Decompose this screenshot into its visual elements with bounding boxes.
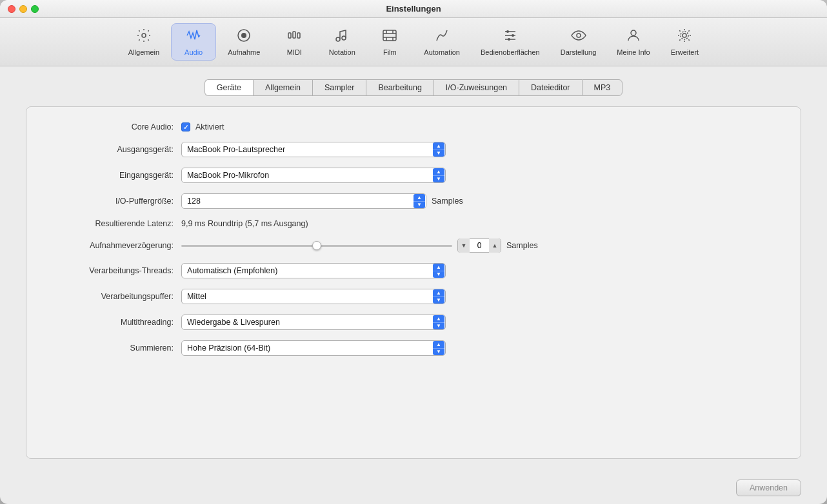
io-puffer-label: I/O-Puffergröße:: [39, 197, 181, 206]
toolbar-item-darstellung[interactable]: Darstellung: [552, 24, 606, 60]
ausgangs-stepper-up[interactable]: ▲: [433, 142, 444, 150]
core-audio-row: Core Audio: Aktiviert: [39, 122, 788, 131]
subtab-gerate[interactable]: Geräte: [204, 79, 253, 96]
toolbar-label-notation: Notation: [329, 48, 355, 56]
toolbar-label-midi: MIDI: [287, 48, 302, 56]
maximize-button[interactable]: [31, 5, 39, 13]
threads-stepper: ▲ ▼: [433, 264, 444, 278]
threads-stepper-up[interactable]: ▲: [433, 264, 444, 271]
toolbar-label-allgemein: Allgemein: [128, 48, 159, 56]
io-puffer-stepper-down[interactable]: ▼: [414, 202, 425, 209]
subtab-io-zuweisungen[interactable]: I/O-Zuweisungen: [433, 79, 519, 96]
footer: Anwenden: [0, 472, 827, 504]
toolbar-item-allgemein[interactable]: Allgemein: [119, 24, 168, 60]
aufnahme-control: ▼ 0 ▲ Samples: [181, 238, 538, 253]
multithreading-select-wrapper: Wiedergabe & Livespuren ▲ ▼: [181, 315, 446, 330]
sliders-icon: [503, 28, 518, 46]
toolbar-item-film[interactable]: Film: [367, 24, 412, 60]
svg-rect-4: [293, 32, 295, 38]
subtab-dateieditor[interactable]: Dateieditor: [519, 79, 581, 96]
svg-point-21: [577, 34, 581, 37]
titlebar: Einstellungen: [0, 0, 827, 18]
toolbar-label-darstellung: Darstellung: [561, 48, 597, 56]
toolbar-item-notation[interactable]: Notation: [319, 24, 364, 60]
multithreading-stepper-down[interactable]: ▼: [433, 323, 444, 330]
svg-rect-5: [297, 33, 300, 38]
puffer-stepper-up[interactable]: ▲: [433, 289, 444, 297]
eingangs-label: Eingangsgerät:: [39, 171, 181, 180]
ausgangs-select[interactable]: MacBook Pro-Lautsprecher: [181, 142, 446, 157]
summieren-stepper-up[interactable]: ▲: [433, 341, 444, 349]
multithreading-label: Multithreading:: [39, 318, 181, 327]
eingangs-stepper-up[interactable]: ▲: [433, 168, 444, 176]
toolbar-item-aufnahme[interactable]: Aufnahme: [219, 24, 269, 60]
aufnahme-row: Aufnahmeverzögerung: ▼ 0 ▲ Samples: [39, 238, 788, 253]
aufnahme-value-box: ▼ 0 ▲: [457, 238, 501, 253]
eingangs-select[interactable]: MacBook Pro-Mikrofon: [181, 168, 446, 183]
toolbar-item-erweitert[interactable]: Erweitert: [662, 24, 708, 60]
eingangs-control: MacBook Pro-Mikrofon ▲ ▼: [181, 168, 446, 183]
eye-icon: [571, 28, 586, 46]
toolbar-item-audio[interactable]: Audio: [171, 23, 216, 61]
close-button[interactable]: [8, 5, 15, 13]
io-puffer-select[interactable]: 128: [181, 193, 426, 209]
toolbar: Allgemein Audio Aufnahme: [0, 18, 827, 66]
latenz-row: Resultierende Latenz: 9,9 ms Roundtrip (…: [39, 219, 788, 228]
midi-icon: [286, 28, 302, 46]
svg-point-7: [342, 36, 346, 40]
aufnahme-up-button[interactable]: ▲: [489, 238, 501, 253]
aufnahme-label: Aufnahmeverzögerung:: [39, 241, 181, 250]
puffer-stepper-down[interactable]: ▼: [433, 297, 444, 304]
multithreading-select[interactable]: Wiedergabe & Livespuren: [181, 315, 446, 330]
aufnahme-slider[interactable]: [181, 245, 452, 247]
main-content: Geräte Allgemein Sampler Bearbeitung I/O…: [0, 66, 827, 472]
subtab-mp3[interactable]: MP3: [582, 79, 623, 96]
svg-rect-8: [383, 30, 396, 41]
io-puffer-stepper: ▲ ▼: [414, 194, 425, 208]
subtab-bearbeitung[interactable]: Bearbeitung: [366, 79, 433, 96]
svg-point-24: [681, 32, 688, 39]
io-puffer-stepper-up[interactable]: ▲: [414, 194, 425, 202]
traffic-lights: [8, 5, 39, 13]
io-puffer-control: 128 ▲ ▼ Samples: [181, 193, 463, 209]
ausgangs-stepper: ▲ ▼: [433, 142, 444, 157]
toolbar-label-aufnahme: Aufnahme: [228, 48, 260, 56]
eingangs-select-wrapper: MacBook Pro-Mikrofon ▲ ▼: [181, 168, 446, 183]
aufnahme-slider-value: 0: [470, 241, 489, 250]
subtab-allgemein[interactable]: Allgemein: [253, 79, 312, 96]
window: Einstellungen Allgemein Audio: [0, 0, 827, 504]
eingangs-row: Eingangsgerät: MacBook Pro-Mikrofon ▲ ▼: [39, 168, 788, 183]
threads-select[interactable]: Automatisch (Empfohlen): [181, 263, 446, 278]
multithreading-row: Multithreading: Wiedergabe & Livespuren …: [39, 315, 788, 330]
person-icon: [626, 28, 641, 46]
ausgangs-row: Ausgangsgerät: MacBook Pro-Lautsprecher …: [39, 142, 788, 157]
toolbar-item-automation[interactable]: Automation: [415, 24, 469, 60]
toolbar-label-erweitert: Erweitert: [671, 48, 699, 56]
svg-point-19: [512, 34, 514, 37]
puffer-select[interactable]: Mittel: [181, 289, 446, 304]
aufnahme-down-button[interactable]: ▼: [458, 238, 470, 253]
summieren-stepper-down[interactable]: ▼: [433, 349, 444, 356]
minimize-button[interactable]: [19, 5, 27, 13]
toolbar-item-bedienoberflachen[interactable]: Bedienoberflächen: [472, 24, 549, 60]
summieren-select[interactable]: Hohe Präzision (64-Bit): [181, 340, 446, 356]
eingangs-stepper-down[interactable]: ▼: [433, 176, 444, 183]
multithreading-stepper-up[interactable]: ▲: [433, 315, 444, 323]
puffer-label: Verarbeitungspuffer:: [39, 292, 181, 301]
automation-icon: [434, 28, 450, 46]
puffer-control: Mittel ▲ ▼: [181, 289, 446, 304]
toolbar-label-bedienoberflachen: Bedienoberflächen: [481, 48, 540, 56]
subtab-sampler[interactable]: Sampler: [312, 79, 366, 96]
threads-stepper-down[interactable]: ▼: [433, 271, 444, 278]
core-audio-checkbox[interactable]: [181, 122, 190, 131]
svg-point-22: [631, 30, 636, 35]
apply-button[interactable]: Anwenden: [736, 480, 801, 496]
svg-point-0: [142, 34, 146, 37]
latenz-control: 9,9 ms Roundtrip (5,7 ms Ausgang): [181, 219, 308, 228]
ausgangs-stepper-down[interactable]: ▼: [433, 150, 444, 157]
io-puffer-row: I/O-Puffergröße: 128 ▲ ▼ Samples: [39, 193, 788, 209]
toolbar-item-midi[interactable]: MIDI: [272, 24, 317, 60]
multithreading-control: Wiedergabe & Livespuren ▲ ▼: [181, 315, 446, 330]
ausgangs-control: MacBook Pro-Lautsprecher ▲ ▼: [181, 142, 446, 157]
toolbar-item-meine-info[interactable]: Meine Info: [608, 24, 659, 60]
